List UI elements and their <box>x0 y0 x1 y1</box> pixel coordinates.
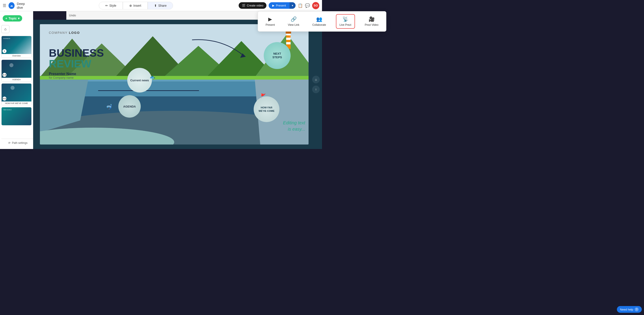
share-collaborate-label: Collaborate <box>312 23 322 26</box>
share-present-item[interactable]: ▶ Present <box>262 14 278 28</box>
diver-decoration: 🤿 <box>106 104 112 110</box>
style-icon: ✏ <box>105 4 108 8</box>
svg-rect-18 <box>286 42 291 44</box>
background-svg <box>40 24 308 144</box>
share-viewlink-item[interactable]: 🔗 View Link <box>285 14 302 28</box>
insert-icon: ⊕ <box>129 4 132 8</box>
slide-label-3: HOW FAR WE'VE COME <box>2 102 31 105</box>
share-viewlink-label: View Link <box>288 23 299 26</box>
slide-number-3: 4-11 <box>2 96 6 100</box>
for-company: for Company name <box>49 76 104 79</box>
slide-thumb-2: 2-3 <box>2 60 32 78</box>
share-icon: ⬆ <box>154 4 157 8</box>
topbar: ☰ ☁ Deep dive ✏ Style ⊕ Insert ⬆ Share 🎬… <box>0 0 322 11</box>
home-icon: ⌂ <box>4 27 6 31</box>
main-layout: + Topic ▾ ⌂ BUSINESS 1 Overview 2-3 AGEN… <box>0 11 322 149</box>
slide-thumb-3: 4-11 <box>2 84 32 102</box>
review-label: REVIEW <box>49 58 104 69</box>
slide-item-2[interactable]: 2-3 AGENDA <box>1 60 32 82</box>
chat-icon: 💬 <box>305 3 310 8</box>
share-collaborate-item[interactable]: 👥 Collaborate <box>309 14 322 28</box>
business-review: BUSINESS REVIEW Presenter Name for Compa… <box>49 48 104 79</box>
present-dropdown-icon: ▶ <box>268 16 272 22</box>
present-button[interactable]: ▶ Present <box>269 2 290 9</box>
circle-current-news[interactable]: Current news <box>127 68 152 92</box>
notes-button[interactable]: 📋 <box>298 3 303 8</box>
company-logo: COMPANY LOGO <box>49 31 80 34</box>
topbar-right: 🎬 Create video ▶ Present ▾ 📋 💬 SO <box>239 2 322 9</box>
canvas-up-button[interactable]: ↑ <box>312 86 320 93</box>
path-settings-icon: ⟳ <box>8 141 10 144</box>
share-button[interactable]: ⬆ Share <box>148 2 173 10</box>
view-link-icon: 🔗 <box>291 16 297 22</box>
present-dropdown-button[interactable]: ▾ <box>290 2 296 9</box>
topic-button[interactable]: + Topic ▾ <box>3 15 22 22</box>
agenda-label: AGENDA <box>123 105 136 108</box>
create-video-icon: 🎬 <box>242 4 245 7</box>
slide-item-3[interactable]: 4-11 HOW FAR WE'VE COME <box>1 83 32 105</box>
slide-thumb-4: NEW GOALS <box>2 107 32 125</box>
cloud-logo: ☁ <box>8 2 14 9</box>
slide-label-1: Overview <box>2 54 31 58</box>
current-news-label: Current news <box>130 79 149 82</box>
svg-rect-17 <box>286 38 291 40</box>
right-sidebar-icons: ⌂ ↑ <box>312 76 320 93</box>
topic-btn-wrapper: + Topic ▾ <box>1 14 32 23</box>
topic-plus-icon: + <box>6 16 7 20</box>
circle-next-steps[interactable]: NEXTSTEPS <box>264 42 291 69</box>
collaborate-icon: 👥 <box>316 16 322 22</box>
slide-thumb-1: BUSINESS 1 <box>2 36 32 54</box>
present-btn-group: ▶ Present ▾ <box>269 2 296 9</box>
home-button[interactable]: ⌂ <box>1 25 10 33</box>
undo-button[interactable]: Undo <box>69 14 76 17</box>
curved-arrow-svg <box>188 36 250 62</box>
canvas-home-button[interactable]: ⌂ <box>312 76 320 83</box>
slide-number-1: 1 <box>2 49 6 53</box>
chevron-down-icon: ▾ <box>292 4 293 7</box>
slide-item-4[interactable]: NEW GOALS <box>1 107 32 126</box>
notes-icon: 📋 <box>298 3 303 8</box>
app-title: Deep dive <box>17 2 30 10</box>
circle-agenda[interactable]: AGENDA <box>118 95 141 118</box>
topbar-left: ☰ ☁ Deep dive <box>0 2 33 10</box>
share-dropdown: ▶ Present 🔗 View Link 👥 Collaborate 📡 Li… <box>258 11 322 32</box>
path-settings-label: Path settings <box>12 141 27 144</box>
flag-decoration: 🚩 <box>260 93 266 98</box>
hamburger-button[interactable]: ☰ <box>3 3 6 8</box>
slide-number-2: 2-3 <box>2 73 6 77</box>
insert-button[interactable]: ⊕ Insert <box>123 2 148 10</box>
presentation-background: COMPANY LOGO BUSINESS REVIEW Presenter N… <box>40 24 308 144</box>
present-play-icon: ▶ <box>272 4 274 7</box>
canvas-area: COMPANY LOGO BUSINESS REVIEW Presenter N… <box>33 20 322 149</box>
path-settings[interactable]: ⟳ Path settings <box>1 139 33 147</box>
next-steps-label: NEXTSTEPS <box>272 52 282 59</box>
create-video-button[interactable]: 🎬 Create video <box>239 2 266 9</box>
avatar[interactable]: SO <box>312 2 319 9</box>
sidebar: + Topic ▾ ⌂ BUSINESS 1 Overview 2-3 AGEN… <box>0 11 33 149</box>
how-far-label: HOW FARWE'VE COME <box>258 106 274 112</box>
fish-decoration: 🐟 <box>150 74 155 80</box>
business-label: BUSINESS <box>49 48 104 58</box>
slide-mini-circle <box>10 63 14 67</box>
slide-label-2: AGENDA <box>2 78 31 81</box>
topic-caret-icon: ▾ <box>18 16 20 20</box>
share-present-label: Present <box>266 23 275 26</box>
topbar-center: ✏ Style ⊕ Insert ⬆ Share <box>33 2 239 10</box>
canvas-up-icon: ↑ <box>315 88 317 91</box>
circle-how-far[interactable]: HOW FARWE'VE COME <box>254 96 280 122</box>
hamburger-icon: ☰ <box>3 3 6 8</box>
canvas-home-icon: ⌂ <box>315 78 317 81</box>
style-button[interactable]: ✏ Style <box>99 2 123 10</box>
horizontal-line <box>98 90 199 91</box>
presenter-name: Presenter Name <box>49 72 104 76</box>
slide-item-1[interactable]: BUSINESS 1 Overview <box>1 36 32 58</box>
slide-mini-circle-2 <box>10 86 14 90</box>
chat-button[interactable]: 💬 <box>305 3 310 8</box>
editing-text: Editing textis easy... <box>283 120 305 132</box>
presentation-frame: COMPANY LOGO BUSINESS REVIEW Presenter N… <box>40 24 308 144</box>
